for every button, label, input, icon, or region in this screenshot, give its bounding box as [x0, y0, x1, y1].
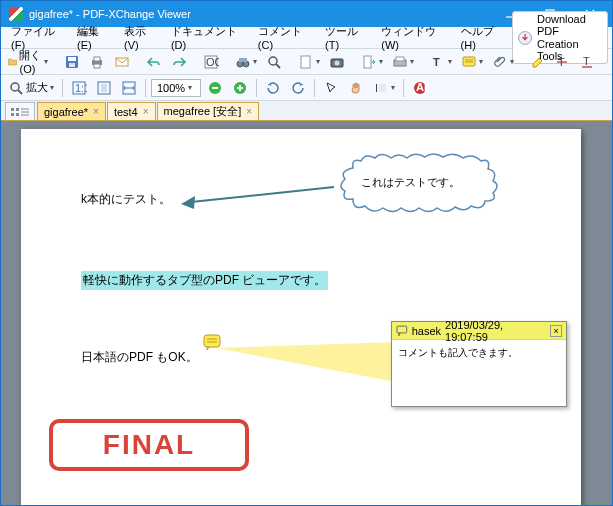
zoom-tool-button[interactable]: 拡大▾	[5, 78, 57, 98]
separator	[256, 79, 257, 97]
scanner-icon	[392, 54, 408, 70]
cursor-icon	[323, 80, 339, 96]
menu-edit[interactable]: 編集(E)	[71, 22, 116, 53]
grid-icon	[10, 107, 20, 117]
email-button[interactable]	[111, 52, 133, 72]
menu-window[interactable]: ウィンドウ(W)	[375, 22, 452, 53]
open-button[interactable]: 開く(O) ▾	[5, 46, 51, 77]
menu-document[interactable]: ドキュメント(D)	[165, 22, 250, 53]
strike-button[interactable]: T	[552, 52, 574, 72]
svg-line-62	[191, 187, 334, 202]
triangle-link	[216, 342, 396, 382]
dropdown-icon: ▾	[391, 83, 395, 92]
svg-rect-9	[94, 57, 100, 61]
print-button[interactable]	[86, 52, 108, 72]
tab-label: megafree [安全]	[164, 104, 242, 119]
svg-rect-19	[301, 56, 310, 68]
list-icon	[20, 107, 30, 117]
comment-popup[interactable]: hasek 2019/03/29, 19:07:59 × コメントも記入できます…	[391, 321, 567, 407]
sticky-note-icon[interactable]	[203, 334, 221, 350]
text-line-3: 日本語のPDF もOK。	[81, 349, 198, 366]
separator	[403, 79, 404, 97]
zoom-out-button[interactable]	[204, 78, 226, 98]
comment-button[interactable]: ▾	[458, 52, 486, 72]
tab-close-icon[interactable]: ×	[246, 106, 252, 117]
svg-rect-10	[94, 64, 100, 68]
hand-button[interactable]	[345, 78, 367, 98]
scan-button[interactable]: ▾	[389, 52, 417, 72]
abp-icon: AB	[412, 80, 428, 96]
cloud-text: これはテストです。	[361, 175, 460, 190]
highlight-button[interactable]	[527, 52, 549, 72]
snapshot-button[interactable]	[326, 52, 348, 72]
separator	[62, 79, 63, 97]
print-icon	[89, 54, 105, 70]
hand-icon	[348, 80, 364, 96]
popup-body[interactable]: コメントも記入できます。	[392, 340, 566, 366]
folder-open-icon	[8, 54, 17, 70]
magnifier-icon	[8, 80, 24, 96]
svg-point-39	[11, 83, 19, 91]
tab-group-toggle[interactable]	[5, 102, 35, 120]
zoom-input[interactable]: ▾	[151, 79, 201, 97]
select-text-button[interactable]: I▾	[370, 78, 398, 98]
popup-header[interactable]: hasek 2019/03/29, 19:07:59 ×	[392, 322, 566, 340]
zoom-value[interactable]	[154, 82, 188, 94]
menu-view[interactable]: 表示(V)	[118, 22, 163, 53]
ocr-button[interactable]: OCR	[200, 52, 222, 72]
fit-width-button[interactable]	[118, 78, 140, 98]
find-button[interactable]: ▾	[232, 52, 260, 72]
undo-button[interactable]	[143, 52, 165, 72]
new-doc-button[interactable]: ▾	[295, 52, 323, 72]
menu-help[interactable]: ヘルプ(H)	[455, 22, 510, 53]
tab-test4[interactable]: test4×	[107, 102, 156, 120]
tab-close-icon[interactable]: ×	[143, 106, 149, 117]
underline-button[interactable]: T	[577, 52, 599, 72]
text-select-icon: I	[373, 80, 389, 96]
document-tabbar: gigafree*× test4× megafree [安全]×	[1, 101, 612, 121]
search-button[interactable]	[263, 52, 285, 72]
abp-button[interactable]: AB	[409, 78, 431, 98]
dropdown-icon: ▾	[510, 57, 514, 66]
dropdown-icon: ▾	[50, 83, 54, 92]
rotate-cw-button[interactable]	[287, 78, 309, 98]
open-label: 開く(O)	[19, 48, 41, 75]
svg-text:OCR: OCR	[206, 56, 219, 68]
svg-text:T: T	[583, 55, 590, 67]
zoom-in-button[interactable]	[229, 78, 251, 98]
open-dropdown-icon: ▾	[44, 57, 48, 66]
menu-tool[interactable]: ツール(T)	[319, 22, 373, 53]
final-stamp[interactable]: FINAL	[49, 419, 249, 471]
fit-actual-button[interactable]: 1:1	[68, 78, 90, 98]
typewriter-button[interactable]: T▾	[427, 52, 455, 72]
svg-line-40	[18, 90, 22, 94]
popup-close-button[interactable]: ×	[550, 325, 562, 337]
export-button[interactable]: ▾	[358, 52, 386, 72]
attach-button[interactable]: ▾	[489, 52, 517, 72]
app-icon	[9, 7, 23, 21]
arrow-tool-button[interactable]: ▾	[609, 52, 613, 72]
tab-gigafree[interactable]: gigafree*×	[37, 102, 106, 120]
dropdown-icon: ▾	[448, 57, 452, 66]
rotate-ccw-button[interactable]	[262, 78, 284, 98]
save-button[interactable]	[61, 52, 83, 72]
rotate-ccw-icon	[265, 80, 281, 96]
actual-size-icon: 1:1	[71, 80, 87, 96]
arrow-annotation[interactable]	[179, 184, 339, 214]
tab-label: gigafree*	[44, 106, 88, 118]
select-button[interactable]	[320, 78, 342, 98]
tab-close-icon[interactable]: ×	[93, 106, 99, 117]
document-viewport[interactable]: これはテストです。 k本的にテスト。 軽快に動作するタブ型のPDF ビューアです…	[1, 121, 612, 506]
fit-page-icon	[96, 80, 112, 96]
export-icon	[361, 54, 377, 70]
tab-megafree[interactable]: megafree [安全]×	[157, 102, 259, 120]
menu-comment[interactable]: コメント(C)	[252, 22, 317, 53]
binoculars-icon	[235, 54, 251, 70]
fit-page-button[interactable]	[93, 78, 115, 98]
svg-point-21	[334, 60, 339, 65]
redo-button[interactable]	[168, 52, 190, 72]
svg-rect-7	[69, 63, 75, 67]
comment-icon	[396, 325, 408, 337]
svg-rect-22	[364, 56, 371, 68]
dropdown-icon: ▾	[410, 57, 414, 66]
